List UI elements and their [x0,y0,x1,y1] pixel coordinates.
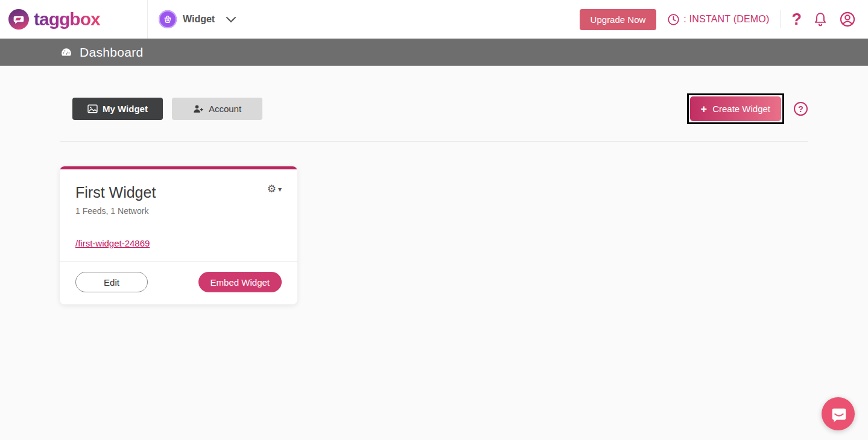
create-widget-help-icon[interactable]: ? [794,102,808,116]
tab-account[interactable]: Account [172,98,262,120]
top-header: taggbox Widget Upgrade Now : I [0,0,868,39]
help-icon[interactable]: ? [792,11,802,28]
upgrade-now-button[interactable]: Upgrade Now [580,9,657,30]
widget-settings-menu[interactable]: ⚙ ▾ [267,184,282,194]
widget-product-icon [159,10,177,28]
tab-my-widget-label: My Widget [103,104,148,114]
card-body: First Widget ⚙ ▾ 1 Feeds, 1 Network /fir… [60,169,297,261]
widget-title: First Widget [75,184,156,201]
account-avatar-icon[interactable] [839,11,856,28]
widget-card: First Widget ⚙ ▾ 1 Feeds, 1 Network /fir… [60,166,297,304]
chat-bubble-icon [829,405,847,423]
card-footer: Edit Embed Widget [60,261,297,304]
main-content: My Widget Account + Create Widget ? [0,66,868,440]
logo-wordmark: taggbox [34,9,100,30]
tab-account-label: Account [209,104,241,114]
chevron-down-icon[interactable] [226,16,236,23]
taggbox-logo[interactable]: taggbox [0,9,147,30]
plan-status: : INSTANT (DEMO) [667,13,769,26]
dashboard-gauge-icon [60,46,72,58]
embed-widget-button[interactable]: Embed Widget [198,272,282,292]
taggbox-bubble-icon [8,9,29,30]
dashboard-bar: Dashboard [0,39,868,66]
header-right-group: Upgrade Now : INSTANT (DEMO) ? [580,9,868,30]
gear-icon: ⚙ [267,184,276,194]
toolbar-divider [60,141,808,142]
create-widget-highlight-box: + Create Widget [687,93,784,124]
plus-icon: + [701,104,708,115]
product-selector-label: Widget [183,14,215,25]
create-widget-area: + Create Widget ? [687,93,808,124]
page-title: Dashboard [80,45,143,60]
edit-button[interactable]: Edit [75,272,148,292]
plan-label: : INSTANT (DEMO) [683,14,769,25]
create-widget-label: Create Widget [712,104,770,114]
product-selector[interactable]: Widget [148,10,249,28]
user-plus-icon [193,104,204,113]
tab-my-widget[interactable]: My Widget [72,98,163,120]
tab-group: My Widget Account [72,98,262,120]
widget-link[interactable]: /first-widget-24869 [75,238,150,248]
chat-launcher-button[interactable] [822,397,855,430]
caret-down-icon: ▾ [278,186,282,193]
toolbar: My Widget Account + Create Widget ? [0,66,868,124]
notifications-bell-icon[interactable] [813,11,828,27]
image-icon [87,104,98,113]
create-widget-button[interactable]: + Create Widget [690,96,781,121]
header-right-divider [781,10,781,28]
clock-icon [667,13,680,26]
widget-subtitle: 1 Feeds, 1 Network [75,206,282,216]
